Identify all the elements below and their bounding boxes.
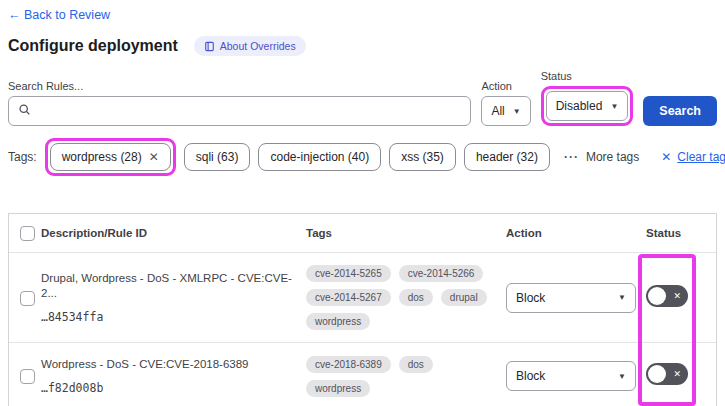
rule-tags: cve-2018-6389 dos wordpress: [306, 356, 498, 397]
tag-filter-header[interactable]: header (32): [464, 143, 550, 171]
tag-filter-wordpress[interactable]: wordpress (28) ✕: [50, 143, 171, 171]
selected-tag-highlight: wordpress (28) ✕: [45, 138, 176, 176]
search-input[interactable]: [37, 98, 461, 124]
rule-tag: cve-2018-6389: [306, 356, 391, 373]
chevron-down-icon: ▼: [618, 293, 626, 302]
filter-row: Search Rules... Action All ▼ Status: [8, 70, 717, 126]
col-header-tags: Tags: [296, 227, 498, 239]
tags-label: Tags:: [8, 150, 37, 164]
book-icon: [204, 41, 215, 52]
rule-tag: cve-2014-5265: [306, 265, 391, 282]
table-row: Wordpress - DoS - CVE:CVE-2018-6389 …f82…: [9, 342, 716, 406]
tag-filter-label: sqli (63): [196, 150, 239, 164]
clear-tags-link[interactable]: ✕ Clear tags: [661, 150, 725, 164]
title-row: Configure deployment About Overrides: [8, 36, 717, 56]
chevron-down-icon: ▼: [610, 102, 618, 111]
action-filter-dropdown[interactable]: All ▼: [481, 96, 530, 126]
action-select[interactable]: Block ▼: [506, 361, 636, 391]
rule-tag: dos: [399, 356, 433, 373]
remove-tag-icon[interactable]: ✕: [149, 150, 159, 164]
rule-tag: wordpress: [306, 380, 370, 397]
ellipsis-icon: ···: [564, 150, 579, 164]
rule-tag: dos: [399, 289, 433, 306]
clear-tags-label: Clear tags: [677, 150, 725, 164]
rule-id: …84534ffa: [41, 310, 296, 324]
clear-x-icon: ✕: [661, 150, 671, 164]
col-header-description: Description/Rule ID: [41, 227, 296, 239]
toggle-x-icon: ✕: [673, 290, 681, 300]
search-box[interactable]: [8, 96, 471, 126]
action-select-value: Block: [516, 369, 545, 383]
table-header-row: Description/Rule ID Tags Action Status: [9, 214, 716, 252]
select-all-checkbox[interactable]: [20, 226, 35, 241]
tag-filter-label: code-injection (40): [270, 150, 369, 164]
search-icon: [18, 102, 31, 120]
toggle-x-icon: ✕: [673, 369, 681, 379]
action-select[interactable]: Block ▼: [506, 283, 636, 313]
rule-tags: cve-2014-5265 cve-2014-5266 cve-2014-526…: [306, 265, 498, 330]
action-label: Action: [481, 80, 530, 92]
status-label: Status: [541, 70, 634, 82]
tag-filter-label: wordpress (28): [62, 150, 142, 164]
toggle-knob: [648, 365, 666, 383]
col-header-status: Status: [638, 227, 716, 239]
chevron-down-icon: ▼: [618, 372, 626, 381]
action-select-value: Block: [516, 291, 545, 305]
action-filter-value: All: [491, 104, 504, 118]
tags-filter-row: Tags: wordpress (28) ✕ sqli (63) code-in…: [8, 138, 717, 176]
table-row: Drupal, Wordpress - DoS - XMLRPC - CVE:C…: [9, 252, 716, 342]
chevron-down-icon: ▼: [513, 107, 521, 116]
rule-id: …f82d008b: [41, 381, 296, 395]
about-overrides-badge[interactable]: About Overrides: [194, 36, 306, 56]
rules-table: Description/Rule ID Tags Action Status D…: [8, 213, 717, 406]
tag-filter-label: xss (35): [401, 150, 444, 164]
search-button[interactable]: Search: [643, 96, 717, 126]
configure-deployment-page: ← Back to Review Configure deployment Ab…: [0, 0, 725, 406]
rule-tag: wordpress: [306, 313, 370, 330]
status-filter-dropdown[interactable]: Disabled ▼: [546, 91, 629, 121]
more-tags-button[interactable]: ··· More tags: [564, 150, 639, 164]
rule-tag: drupal: [441, 289, 487, 306]
tag-filter-code-injection[interactable]: code-injection (40): [258, 143, 381, 171]
rule-tag: cve-2014-5267: [306, 289, 391, 306]
back-to-review-link[interactable]: ← Back to Review: [8, 8, 110, 22]
toggle-knob: [648, 287, 666, 305]
status-filter-value: Disabled: [556, 99, 603, 113]
tag-filter-label: header (32): [476, 150, 538, 164]
status-filter-highlight: Disabled ▼: [541, 86, 634, 126]
about-overrides-label: About Overrides: [220, 40, 296, 52]
search-rules-label: Search Rules...: [8, 80, 471, 92]
tag-filter-sqli[interactable]: sqli (63): [184, 143, 251, 171]
rule-tag: cve-2014-5266: [399, 265, 484, 282]
rule-description: Drupal, Wordpress - DoS - XMLRPC - CVE:C…: [41, 271, 296, 300]
col-header-action: Action: [498, 227, 638, 239]
row-checkbox[interactable]: [20, 369, 35, 384]
status-toggle[interactable]: ✕: [646, 285, 688, 307]
page-title: Configure deployment: [8, 37, 178, 55]
row-checkbox[interactable]: [20, 291, 35, 306]
status-toggle[interactable]: ✕: [646, 363, 688, 385]
more-tags-label: More tags: [586, 150, 639, 164]
tag-filter-xss[interactable]: xss (35): [389, 143, 456, 171]
rule-description: Wordpress - DoS - CVE:CVE-2018-6389: [41, 357, 296, 371]
